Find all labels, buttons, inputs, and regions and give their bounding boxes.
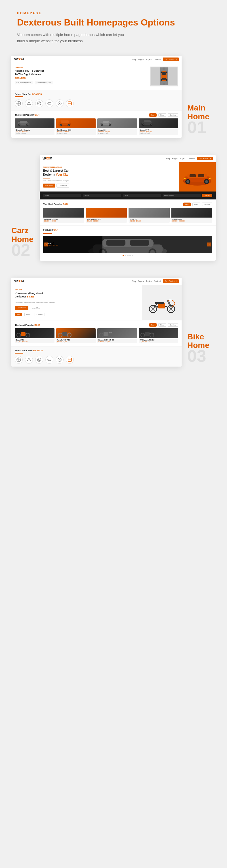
hero02-btn-secondary[interactable]: Learn More [56, 184, 69, 188]
car-card-3[interactable]: Lexus LC $92,000 - $98,500 4 Seats · 2 D… [97, 118, 137, 135]
tab03-used[interactable]: Used [158, 323, 166, 327]
svg-rect-59 [198, 174, 204, 177]
nav-link-blog[interactable]: Blog [132, 58, 136, 60]
bike-card-1[interactable]: Ducati 445 $12,000 - $15,000 [15, 328, 55, 343]
brand-icon-6[interactable] [66, 99, 74, 107]
bike-brand-icon-2[interactable] [25, 356, 33, 364]
home01-label: Main Home 01 [187, 104, 216, 138]
car-card-4[interactable]: Nissan GT-R $99,000 - $115,000 4 Seats ·… [139, 118, 178, 135]
bike-card-3[interactable]: Kawasaki ZX-10R SE $18,000 - $22,000 [97, 328, 137, 343]
car02-info-1: Chevrolet Corvette $35,000 - $48,900 [43, 218, 84, 223]
bike-price-1: $12,000 - $15,000 [16, 341, 53, 342]
car-card-1[interactable]: Chevrolet Corvette $35,000 - $48,900 5 S… [15, 118, 55, 135]
bike-brand-icon-6[interactable] [66, 356, 74, 364]
home03-nav-cta[interactable]: Get Started + [163, 279, 179, 283]
bike-brand-icon-1[interactable] [15, 356, 23, 364]
info-box-1: Sell & Find Antique [15, 81, 33, 85]
dot-1[interactable] [122, 255, 124, 256]
hero03-btn-secondary[interactable]: Learn More [30, 306, 42, 310]
brand-icon-1[interactable] [15, 99, 23, 107]
bike-card-4[interactable]: TVS Apache RR 310 $3,500 - $4,200 [139, 328, 178, 343]
hero02-btn-primary[interactable]: Find Dealer [43, 184, 55, 188]
dot-5[interactable] [132, 255, 133, 256]
tab-new[interactable]: New [149, 113, 157, 117]
car-card2-3[interactable]: Lexus LC $92,000 - $98,500 [129, 208, 170, 223]
bike1-svg [15, 328, 32, 338]
home02-nav-blog[interactable]: Blog [166, 157, 170, 159]
tab-certified[interactable]: Certified [168, 113, 178, 117]
car-price-1: $35,000 - $48,900 [16, 131, 53, 132]
home01-hero-sub: Sell & Find Antique Certified Used Cars [15, 81, 147, 85]
popular-highlight: CAR [34, 114, 39, 116]
home03-nav-blog[interactable]: Blog [132, 280, 136, 282]
car-top-view-svg [151, 67, 177, 86]
home01-section: VROOM Blog Pages Topics Contact Get Star… [0, 50, 227, 144]
home03-hero-text: EXPLORE Know everything aboutthe latest … [11, 285, 142, 320]
nav-link-pages[interactable]: Pages [138, 58, 144, 60]
car-img-4 [139, 118, 178, 128]
home03-nav-pages[interactable]: Pages [138, 280, 144, 282]
search-field-model[interactable]: Model [83, 194, 121, 197]
search-field-year[interactable]: Year [123, 194, 161, 197]
nav-link-topics[interactable]: Topics [146, 58, 151, 60]
search-field-make[interactable]: Make [43, 194, 81, 197]
nav-link-contact[interactable]: Contact [154, 58, 161, 60]
dot-2[interactable] [125, 255, 126, 256]
dot-4[interactable] [130, 255, 131, 256]
home03-label: Bike Home 03 [187, 333, 216, 367]
hero03-tab-new[interactable]: New [15, 313, 22, 316]
bike3-svg [97, 328, 114, 338]
bike-brand-icon-3[interactable] [35, 356, 43, 364]
home01-nav-links: Blog Pages Topics Contact Get Started + [132, 58, 179, 61]
bike-brand-icon-4[interactable] [46, 356, 53, 364]
search-field-price[interactable]: Price Range [163, 194, 201, 197]
brand-icon-4[interactable] [46, 99, 53, 107]
search-submit-btn[interactable]: Search [202, 194, 212, 197]
brands-highlight: BRANDS [32, 93, 42, 95]
hero03-tab-certified[interactable]: Certified [35, 313, 45, 316]
tab02-certified[interactable]: Certified [202, 203, 212, 206]
svg-rect-10 [166, 71, 167, 73]
featured-prev-btn[interactable]: ‹ [44, 243, 48, 246]
svg-point-61 [187, 180, 189, 183]
tab03-certified[interactable]: Certified [168, 323, 178, 327]
home02-logo: VROOM [42, 157, 52, 160]
brand-icon-3[interactable] [35, 99, 43, 107]
svg-point-46 [109, 124, 110, 125]
tab02-new[interactable]: New [183, 203, 191, 206]
car-card2-2[interactable]: Ford Explorer 2015 $28,000 - $38,500 [86, 208, 127, 223]
brand-icon-2[interactable] [25, 99, 33, 107]
brands-row [15, 99, 178, 107]
home02-nav-pages[interactable]: Pages [172, 157, 178, 159]
header-section: HOMEPAGE Dexterous Built Homepages Optio… [0, 0, 227, 50]
tab02-used[interactable]: Used [192, 203, 200, 206]
home02-nav-contact[interactable]: Contact [188, 157, 195, 159]
home02-nav-cta[interactable]: Get Started + [197, 157, 213, 160]
svg-point-30 [19, 124, 20, 125]
home03-nav-topics[interactable]: Topics [146, 280, 151, 282]
bike-brand-icon-5[interactable] [56, 356, 63, 364]
svg-rect-71 [130, 240, 149, 246]
brands03-highlight: BRANDS [33, 349, 43, 352]
svg-point-63 [205, 180, 208, 183]
svg-point-103 [150, 333, 154, 337]
car-card-2[interactable]: Ford Explorer 2015 $28,000 - $38,500 7 S… [56, 118, 96, 135]
home03-nav-contact[interactable]: Contact [154, 280, 161, 282]
hero03-tab-used[interactable]: Used [24, 313, 32, 316]
nav-cta-btn[interactable]: Get Started + [163, 58, 179, 61]
hero02-sublabel: FIND YOUR DREAM CAR [43, 166, 175, 168]
brand-icon-5[interactable] [56, 99, 63, 107]
tab03-new[interactable]: New [149, 323, 157, 327]
home02-hero-heading: Best & Largest CarDealer In Your City [43, 169, 175, 177]
tab-used[interactable]: Used [158, 113, 166, 117]
featured-car-name: Lexus LC [46, 243, 100, 245]
car02-info-3: Lexus LC $92,000 - $98,500 [129, 218, 170, 223]
home02-nav-topics[interactable]: Topics [180, 157, 186, 159]
brands-title: Select Your Car BRANDS [15, 93, 178, 95]
featured-next-btn[interactable]: › [207, 243, 211, 246]
car-card2-4[interactable]: Nissan GT-R $99,000 - $115,000 [171, 208, 212, 223]
dot-3[interactable] [127, 255, 129, 256]
hero03-btn-primary[interactable]: Explore Bikes [15, 306, 28, 310]
car-card2-1[interactable]: Chevrolet Corvette $35,000 - $48,900 [43, 208, 84, 223]
bike-card-2[interactable]: Yamaha YZF-R15 $4,000 - $5,500 [56, 328, 96, 343]
